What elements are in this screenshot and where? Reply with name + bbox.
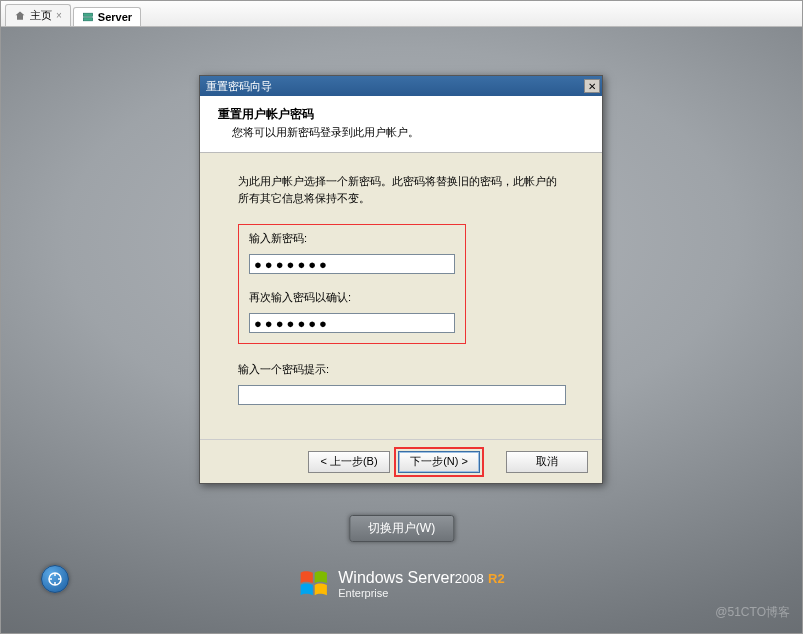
- desktop-background: 重设密码... 切换用户(W) Windows Server2008 R2 En…: [1, 27, 802, 633]
- os-branding: Windows Server2008 R2 Enterprise: [298, 569, 504, 599]
- next-button[interactable]: 下一步(N) >: [398, 451, 480, 473]
- home-icon: [14, 10, 26, 22]
- cancel-button[interactable]: 取消: [506, 451, 588, 473]
- ease-icon: [47, 571, 63, 587]
- new-password-input[interactable]: ●●●●●●●: [249, 254, 455, 274]
- server-icon: [82, 11, 94, 23]
- brand-server: Server: [408, 569, 455, 586]
- brand-windows: Windows: [338, 569, 403, 586]
- brand-r2: R2: [488, 571, 505, 586]
- dialog-titlebar[interactable]: 重置密码向导 ✕: [200, 76, 602, 96]
- browser-tabbar: 主页 × Server: [1, 1, 802, 27]
- reset-password-wizard: 重置密码向导 ✕ 重置用户帐户密码 您将可以用新密码登录到此用户帐户。 为此用户…: [199, 75, 603, 484]
- dialog-heading: 重置用户帐户密码: [218, 106, 584, 123]
- dialog-close-button[interactable]: ✕: [584, 79, 600, 93]
- dialog-instruction: 为此用户帐户选择一个新密码。此密码将替换旧的密码，此帐户的所有其它信息将保持不变…: [238, 173, 564, 206]
- password-highlight-box: 输入新密码: ●●●●●●● 再次输入密码以确认: ●●●●●●●: [238, 224, 466, 344]
- watermark-text: @51CTO博客: [715, 604, 790, 621]
- new-password-label: 输入新密码:: [249, 231, 455, 246]
- svg-rect-1: [83, 18, 92, 21]
- hint-label: 输入一个密码提示:: [238, 362, 564, 377]
- back-button[interactable]: < 上一步(B): [308, 451, 390, 473]
- switch-user-button[interactable]: 切换用户(W): [349, 515, 454, 542]
- tab-server-label: Server: [98, 11, 132, 23]
- hint-input[interactable]: [238, 385, 566, 405]
- dialog-header: 重置用户帐户密码 您将可以用新密码登录到此用户帐户。: [200, 96, 602, 153]
- confirm-password-input[interactable]: ●●●●●●●: [249, 313, 455, 333]
- brand-edition: Enterprise: [338, 587, 504, 599]
- brand-year: 2008: [455, 571, 484, 586]
- windows-logo-icon: [298, 569, 328, 599]
- tab-server[interactable]: Server: [73, 7, 141, 26]
- svg-rect-0: [83, 13, 92, 16]
- tab-home-label: 主页: [30, 8, 52, 23]
- dialog-button-bar: < 上一步(B) 下一步(N) > 取消: [200, 439, 602, 483]
- close-icon[interactable]: ×: [56, 10, 62, 21]
- confirm-password-label: 再次输入密码以确认:: [249, 290, 455, 305]
- tab-home[interactable]: 主页 ×: [5, 4, 71, 26]
- dialog-subheading: 您将可以用新密码登录到此用户帐户。: [218, 125, 584, 140]
- ease-of-access-button[interactable]: [41, 565, 69, 593]
- dialog-title: 重置密码向导: [206, 79, 272, 94]
